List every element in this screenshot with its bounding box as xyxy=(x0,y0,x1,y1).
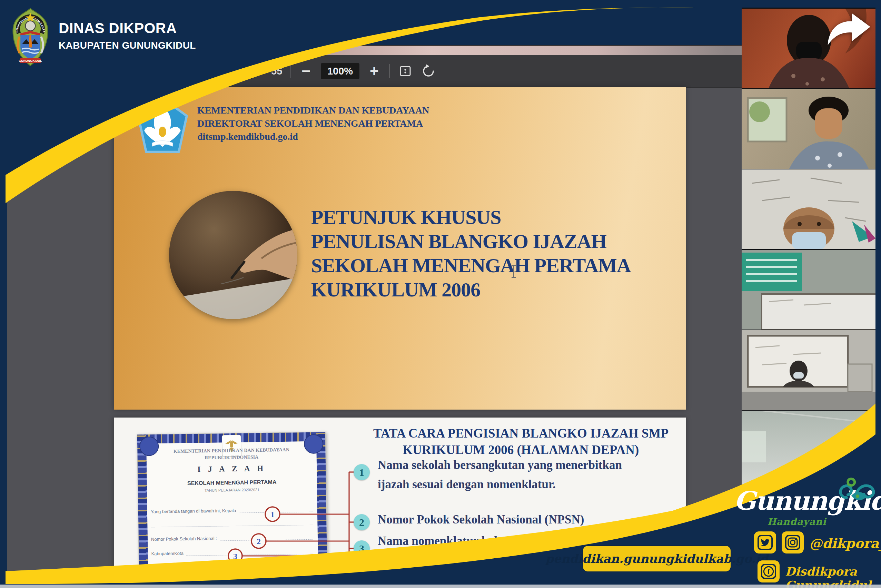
zoom-out-button[interactable]: − xyxy=(300,64,313,78)
handayani-tagline: Handayani xyxy=(762,516,832,527)
certificate-note: menerangkan bahwa xyxy=(253,566,292,572)
list-item-line: Nama nomenklatur kabupaten/kota*) ( xyxy=(378,531,580,551)
certificate-title: I J A Z A H xyxy=(138,463,326,475)
item-number-badge: 3 xyxy=(354,540,370,556)
zoom-level[interactable]: 100% xyxy=(321,63,360,79)
facebook-icon: f xyxy=(758,560,779,582)
certificate-year: TAHUN PELAJARAN 2020/2021 xyxy=(138,486,326,494)
page-separator: / xyxy=(260,66,263,77)
slide1-title-line: PETUNJUK KHUSUS xyxy=(311,206,631,230)
shared-window-titlebar xyxy=(224,45,742,57)
rotate-icon[interactable] xyxy=(421,63,436,79)
video-tile-participant-3[interactable] xyxy=(742,170,876,249)
agency-region: KABUPATEN GUNUNGKIDUL xyxy=(58,40,196,51)
certificate-header: REPUBLIK INDONESIA xyxy=(138,453,326,462)
item-number-badge: 2 xyxy=(354,514,370,530)
total-pages: 55 xyxy=(271,66,282,77)
slide1-title-line: SEKOLAH MENENGAH PERTAMA xyxy=(311,254,631,278)
certificate-field-label: Kabupaten/Kota xyxy=(151,551,183,556)
zoom-in-button[interactable]: + xyxy=(368,64,381,78)
social-handle: @dikpora_gk xyxy=(809,536,881,551)
text-cursor xyxy=(513,265,514,278)
org-line: DIREKTORAT SEKOLAH MENENGAH PERTAMA xyxy=(197,117,429,130)
ijazah-certificate-image: KEMENTERIAN PENDIDIKAN DAN KEBUDAYAAN RE… xyxy=(137,432,328,588)
shield-ribbon-text: GUNUNGKIDUL xyxy=(19,59,42,63)
website-url: pendidikan.gunungkidulkab.go.id xyxy=(545,552,768,566)
certificate-field-label: Nomor Pokok Sekolah Nasional : xyxy=(151,536,217,542)
toolbar-divider xyxy=(389,64,390,78)
svg-text:f: f xyxy=(767,568,770,576)
video-tile-participant-5[interactable] xyxy=(742,330,876,410)
list-item-line: Nama sekolah bersangkutan yang menerbitk… xyxy=(378,456,622,475)
twitter-icon xyxy=(754,531,776,554)
slide1-title: PETUNJUK KHUSUS PENULISAN BLANGKO IJAZAH… xyxy=(311,206,631,302)
list-item: Nomor Pokok Sekolah Nasional (NPSN) xyxy=(378,510,584,530)
website-badge: pendidikan.gunungkidulkab.go.id xyxy=(582,545,731,572)
agency-name: DINAS DIKPORA xyxy=(58,20,177,37)
slide2-heading: TATA CARA PENGISIAN BLANGKO IJAZAH SMP K… xyxy=(352,425,686,458)
share-arrow-icon[interactable] xyxy=(824,12,873,47)
fit-page-icon[interactable] xyxy=(398,64,412,78)
video-tile-participant-4[interactable] xyxy=(742,250,876,330)
slide-page-1: KEMENTERIAN PENDIDIKAN DAN KEBUDAYAAN DI… xyxy=(114,87,686,410)
tut-wuri-handayani-logo xyxy=(134,96,191,158)
certificate-subtitle: SEKOLAH MENENGAH PERTAMA xyxy=(138,478,326,487)
pdf-toolbar: 12 / 55 − 100% + xyxy=(7,55,742,88)
instagram-icon xyxy=(782,531,804,554)
item-number-badge: 1 xyxy=(354,464,370,480)
gk-ornament-icon xyxy=(836,477,878,510)
list-item-line: Nomor Pokok Sekolah Nasional (NPSN) xyxy=(378,510,584,530)
org-url: ditsmp.kemdikbud.go.id xyxy=(197,130,429,143)
certificate-field-label: Yang bertanda tangan di bawah ini, Kepal… xyxy=(151,508,236,514)
org-line: KEMENTERIAN PENDIDIKAN DAN KEBUDAYAAN xyxy=(197,104,429,117)
hand-writing-photo xyxy=(169,191,297,319)
gunungkidul-shield-logo: DHAKSINARGA BHUMIKARTA GUNUNGKIDUL xyxy=(10,8,51,68)
garuda-emblem xyxy=(222,435,241,457)
slide1-title-line: PENULISAN BLANGKO IJAZAH xyxy=(311,230,631,254)
slide1-title-line: KURIKULUM 2006 xyxy=(311,278,631,302)
bottom-edge-strip xyxy=(0,585,881,588)
page-number-input[interactable]: 12 xyxy=(231,63,252,79)
slide2-heading-line: TATA CARA PENGISIAN BLANGKO IJAZAH SMP xyxy=(352,425,686,442)
list-item: Nama sekolah bersangkutan yang menerbitk… xyxy=(378,456,622,494)
toolbar-divider xyxy=(291,64,291,78)
meeting-window: 12 / 55 − 100% + KEMENTE xyxy=(0,0,881,588)
slide1-org-block: KEMENTERIAN PENDIDIKAN DAN KEBUDAYAAN DI… xyxy=(197,104,429,143)
certificate-field-label: Provinsi xyxy=(151,566,167,571)
list-item-line: ijazah sesuai dengan nomenklatur. xyxy=(378,475,622,494)
video-tile-participant-2[interactable] xyxy=(742,89,876,169)
